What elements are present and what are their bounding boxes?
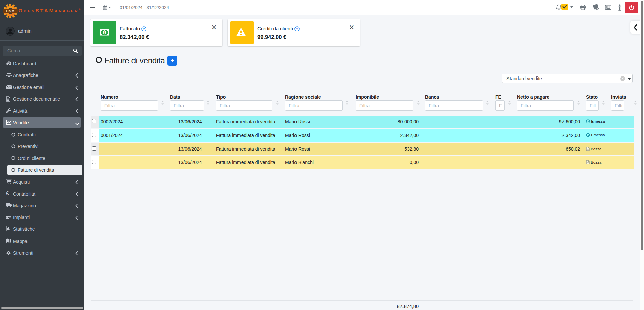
svg-text:?: ? [296, 27, 298, 31]
svg-text:?: ? [143, 27, 145, 31]
svg-text:1: 1 [104, 31, 105, 34]
svg-text:OSM: OSM [6, 9, 15, 13]
